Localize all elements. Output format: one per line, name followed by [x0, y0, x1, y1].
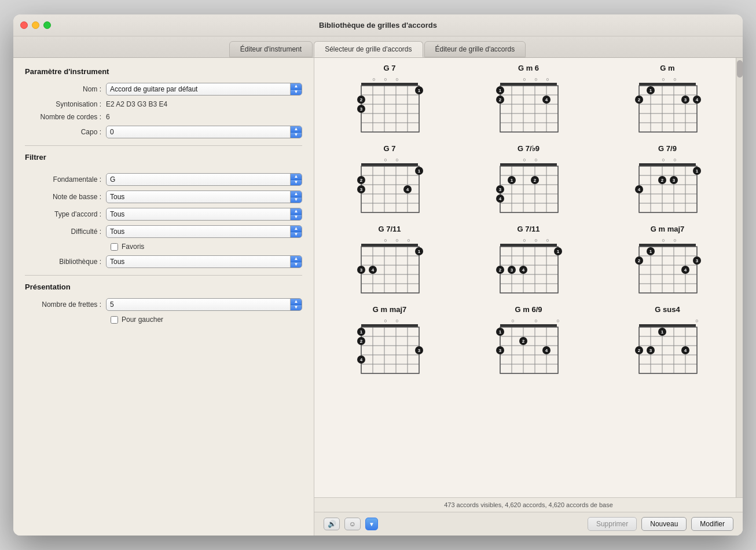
close-button[interactable]	[20, 21, 28, 29]
note-basse-input[interactable]	[106, 190, 302, 203]
chord-item-g79[interactable]: G 7/9 ○ ○	[604, 144, 731, 219]
svg-text:2: 2	[360, 178, 363, 183]
bibliotheque-stepper-down[interactable]: ▼	[291, 262, 302, 268]
type-accord-stepper-up[interactable]: ▲	[291, 208, 302, 215]
note-basse-row: Note de basse : ▲ ▼	[25, 190, 302, 203]
difficulte-input[interactable]	[106, 225, 302, 238]
svg-text:4: 4	[545, 97, 548, 102]
chord-item-gmmaj7-2[interactable]: G m maj7 ○ ○	[326, 305, 453, 380]
pour-gaucher-checkbox[interactable]	[111, 316, 118, 324]
note-basse-stepper-down[interactable]: ▼	[291, 197, 302, 203]
syntonisation-row: Syntonisation : E2 A2 D3 G3 B3 E4	[25, 100, 302, 108]
smiley-button[interactable]: ☺	[344, 518, 361, 530]
note-basse-stepper-up[interactable]: ▲	[291, 191, 302, 197]
svg-text:○: ○	[395, 157, 398, 163]
capo-select-wrapper: ▲ ▼	[106, 126, 302, 138]
svg-text:1: 1	[557, 249, 560, 254]
bottom-left-controls: 🔊 ☺ ▼	[324, 518, 378, 530]
svg-text:○: ○	[673, 157, 676, 163]
chord-diagram-g7-2: ○ ○	[355, 155, 424, 219]
bibliotheque-label: Bibliothèque :	[25, 258, 106, 266]
fondamentale-stepper-up[interactable]: ▲	[291, 174, 302, 180]
bibliotheque-select-wrapper: ▲ ▼	[106, 255, 302, 268]
tab-selecteur-grille[interactable]: Sélecteur de grille d'accords	[314, 41, 423, 57]
svg-text:1: 1	[360, 329, 363, 335]
svg-text:○: ○	[395, 318, 398, 324]
svg-text:2: 2	[638, 258, 641, 263]
svg-text:4: 4	[372, 267, 375, 273]
bibliotheque-stepper-up[interactable]: ▲	[291, 256, 302, 262]
svg-text:3: 3	[360, 267, 363, 273]
tab-editeur-grille[interactable]: Éditeur de grille d'accords	[424, 41, 526, 57]
svg-text:2: 2	[534, 178, 537, 183]
svg-text:1: 1	[499, 329, 502, 335]
nb-frettes-stepper-up[interactable]: ▲	[291, 299, 302, 305]
chord-item-gmmaj7-1[interactable]: G m maj7 ○ ○	[604, 225, 731, 299]
difficulte-row: Difficulté : ▲ ▼	[25, 225, 302, 238]
svg-text:3: 3	[673, 178, 676, 183]
chord-item-g7-2[interactable]: G 7 ○ ○	[326, 144, 453, 219]
bottom-right-controls: Supprimer Nouveau Modifier	[588, 517, 733, 531]
favoris-row: Favoris	[25, 243, 302, 251]
svg-text:○: ○	[384, 157, 387, 163]
fondamentale-stepper-down[interactable]: ▼	[291, 180, 302, 186]
type-accord-select-wrapper: ▲ ▼	[106, 208, 302, 221]
svg-text:○: ○	[534, 157, 537, 163]
type-accord-stepper-down[interactable]: ▼	[291, 215, 302, 221]
divider2	[25, 275, 302, 276]
nb-cordes-label: Nombre de cordes :	[25, 113, 106, 121]
capo-stepper: ▲ ▼	[290, 126, 302, 138]
svg-text:2: 2	[499, 267, 502, 273]
chord-item-gm69[interactable]: G m 6/9 ○ ○ ○	[465, 305, 592, 380]
difficulte-stepper-up[interactable]: ▲	[291, 226, 302, 232]
chord-item-g711-2[interactable]: G 7/11 ○ ○ ○	[465, 225, 592, 299]
svg-text:○: ○	[695, 318, 698, 324]
minimize-button[interactable]	[32, 21, 39, 29]
svg-text:4: 4	[360, 357, 363, 362]
chord-diagram-gmmaj7-1: ○ ○	[633, 236, 702, 299]
chord-item-gsus4[interactable]: G sus4 ○	[604, 305, 731, 380]
favoris-checkbox[interactable]	[111, 243, 118, 251]
supprimer-button[interactable]: Supprimer	[588, 517, 637, 531]
chord-item-gm6[interactable]: G m 6 ○ ○ ○	[465, 64, 592, 138]
capo-input[interactable]	[106, 126, 302, 138]
difficulte-stepper-down[interactable]: ▼	[291, 232, 302, 238]
tab-editeur-instrument[interactable]: Éditeur d'instrument	[229, 41, 313, 57]
chord-diagram-gmmaj7-2: ○ ○	[355, 316, 424, 380]
svg-text:○: ○	[546, 237, 549, 243]
maximize-button[interactable]	[43, 21, 51, 29]
nom-stepper-up[interactable]: ▲	[291, 83, 302, 90]
nom-stepper-down[interactable]: ▼	[291, 90, 302, 96]
svg-text:4: 4	[684, 348, 687, 353]
chord-item-g711-1[interactable]: G 7/11 ○ ○ ○	[326, 225, 453, 299]
bibliotheque-input[interactable]	[106, 255, 302, 268]
section3-title: Présentation	[25, 283, 302, 291]
modifier-button[interactable]: Modifier	[691, 517, 733, 531]
chord-item-g7-1[interactable]: G 7 ○ ○ ○	[326, 64, 453, 138]
svg-text:○: ○	[662, 76, 665, 82]
chord-diagram-gsus4: ○	[633, 316, 702, 380]
fondamentale-input[interactable]	[106, 173, 302, 186]
capo-stepper-up[interactable]: ▲	[291, 126, 302, 133]
note-basse-stepper: ▲ ▼	[290, 191, 302, 203]
svg-text:4: 4	[522, 267, 525, 273]
capo-stepper-down[interactable]: ▼	[291, 133, 302, 138]
type-accord-input[interactable]	[106, 208, 302, 221]
svg-text:1: 1	[649, 88, 652, 93]
chord-item-gm[interactable]: G m ○ ○	[604, 64, 731, 138]
svg-text:3: 3	[360, 107, 363, 112]
chevron-down-icon: ▼	[369, 521, 375, 527]
svg-text:○: ○	[662, 237, 665, 243]
nom-input[interactable]	[106, 83, 302, 96]
nb-frettes-input[interactable]	[106, 298, 302, 311]
nb-frettes-stepper-down[interactable]: ▼	[291, 305, 302, 311]
nouveau-button[interactable]: Nouveau	[641, 517, 687, 531]
speaker-button[interactable]: 🔊	[324, 518, 340, 530]
type-accord-row: Type d'accord : ▲ ▼	[25, 208, 302, 221]
svg-text:1: 1	[661, 329, 664, 335]
svg-text:1: 1	[418, 249, 421, 254]
dropdown-button[interactable]: ▼	[365, 518, 378, 530]
svg-text:4: 4	[406, 187, 409, 192]
svg-text:○: ○	[556, 318, 559, 324]
chord-item-g7b9[interactable]: G 7/♭9 ○ ○	[465, 144, 592, 219]
